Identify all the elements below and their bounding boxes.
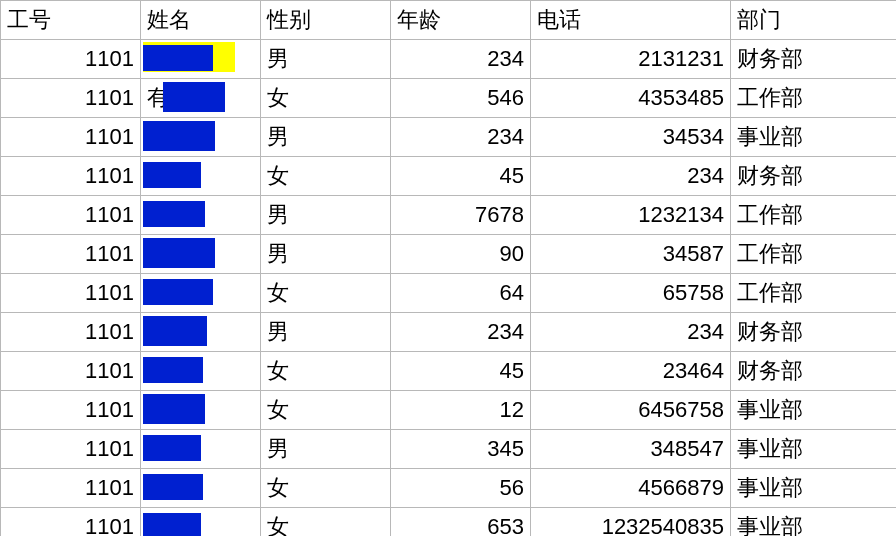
cell-id: 1101 [1,274,141,313]
cell-age: 12 [391,391,531,430]
header-id: 工号 [1,1,141,40]
header-name: 姓名 [141,1,261,40]
table-row: 1101蒋女6531232540835事业部 [1,508,897,537]
cell-name [141,40,261,79]
cell-dept: 工作部 [731,274,897,313]
cell-name: 陈 [141,352,261,391]
cell-age: 45 [391,157,531,196]
cell-gender: 女 [261,391,391,430]
redaction-marker [143,435,201,461]
cell-phone: 65758 [531,274,731,313]
cell-age: 345 [391,430,531,469]
cell-dept: 事业部 [731,469,897,508]
cell-name: 许 [141,430,261,469]
cell-name: 郭嘉 [141,157,261,196]
table-row: 1101程男76781232134工作部 [1,196,897,235]
cell-id: 1101 [1,313,141,352]
table-row: 1101贾男23434534事业部 [1,118,897,157]
table-row: 1101戏男9034587工作部 [1,235,897,274]
cell-name: 戏 [141,235,261,274]
cell-phone: 1232540835 [531,508,731,537]
cell-dept: 工作部 [731,79,897,118]
cell-dept: 财务部 [731,40,897,79]
cell-phone: 4353485 [531,79,731,118]
redaction-marker [143,357,203,383]
redaction-marker [143,201,205,227]
employee-table: 工号姓名性别年龄电话部门1101男2342131231财务部1101有女5464… [0,0,896,536]
cell-gender: 男 [261,40,391,79]
cell-age: 7678 [391,196,531,235]
cell-id: 1101 [1,352,141,391]
cell-gender: 女 [261,352,391,391]
cell-age: 234 [391,40,531,79]
cell-dept: 工作部 [731,235,897,274]
cell-gender: 女 [261,157,391,196]
cell-id: 1101 [1,196,141,235]
cell-id: 1101 [1,118,141,157]
cell-phone: 2131231 [531,40,731,79]
cell-gender: 女 [261,469,391,508]
cell-phone: 4566879 [531,469,731,508]
cell-phone: 348547 [531,430,731,469]
cell-gender: 男 [261,196,391,235]
cell-phone: 234 [531,157,731,196]
redaction-marker [143,45,213,71]
cell-age: 45 [391,352,531,391]
cell-id: 1101 [1,157,141,196]
table-row: 1101许男345348547事业部 [1,430,897,469]
cell-dept: 事业部 [731,391,897,430]
table-row: 1101有女5464353485工作部 [1,79,897,118]
table-row: 1101满宠女564566879事业部 [1,469,897,508]
header-age: 年龄 [391,1,531,40]
cell-phone: 6456758 [531,391,731,430]
cell-gender: 男 [261,430,391,469]
cell-age: 234 [391,118,531,157]
cell-name: 有 [141,79,261,118]
cell-id: 1101 [1,40,141,79]
cell-id: 1101 [1,235,141,274]
redaction-marker [143,162,201,188]
cell-dept: 事业部 [731,118,897,157]
cell-age: 90 [391,235,531,274]
cell-phone: 34534 [531,118,731,157]
cell-id: 1101 [1,391,141,430]
cell-age: 56 [391,469,531,508]
cell-phone: 34587 [531,235,731,274]
cell-name: 贾 [141,118,261,157]
cell-dept: 事业部 [731,430,897,469]
redaction-marker [143,316,207,346]
cell-name [141,274,261,313]
cell-gender: 女 [261,274,391,313]
cell-dept: 财务部 [731,313,897,352]
table-row: 1101男2342131231财务部 [1,40,897,79]
cell-gender: 男 [261,118,391,157]
header-gender: 性别 [261,1,391,40]
redaction-marker [163,82,225,112]
redaction-marker [143,121,215,151]
cell-gender: 女 [261,508,391,537]
cell-age: 234 [391,313,531,352]
cell-dept: 工作部 [731,196,897,235]
cell-id: 1101 [1,430,141,469]
redaction-marker [143,394,205,424]
table-row: 1101陈女4523464财务部 [1,352,897,391]
cell-gender: 男 [261,313,391,352]
cell-name: 程 [141,196,261,235]
cell-phone: 1232134 [531,196,731,235]
redaction-marker [143,513,201,536]
cell-name: 满宠 [141,469,261,508]
cell-id: 1101 [1,469,141,508]
header-dept: 部门 [731,1,897,40]
cell-name [141,391,261,430]
cell-gender: 女 [261,79,391,118]
cell-age: 653 [391,508,531,537]
redaction-marker [143,238,215,268]
redaction-marker [143,474,203,500]
cell-dept: 财务部 [731,352,897,391]
cell-name: 蒋 [141,508,261,537]
redaction-marker [143,279,213,305]
table-row: 1101女126456758事业部 [1,391,897,430]
cell-age: 64 [391,274,531,313]
header-phone: 电话 [531,1,731,40]
table-row: 1101女6465758工作部 [1,274,897,313]
